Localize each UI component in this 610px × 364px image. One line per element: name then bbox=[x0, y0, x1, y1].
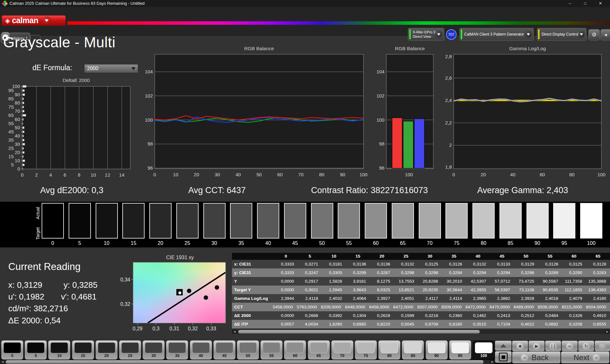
table-cell: 0,6555 bbox=[586, 320, 610, 328]
pattern-thumb-65[interactable]: 65 bbox=[308, 340, 330, 360]
table-cell: 0,3208 bbox=[562, 320, 586, 328]
svg-text:2,8: 2,8 bbox=[445, 54, 452, 59]
rainbow-strip bbox=[67, 21, 610, 25]
table-cell: 0,3132 bbox=[394, 260, 418, 268]
svg-text:85: 85 bbox=[8, 96, 14, 101]
calman-app-icon bbox=[2, 1, 7, 6]
table-cell: 2,3882 bbox=[490, 294, 514, 303]
calman-menu-button[interactable]: ◈ calman bbox=[2, 15, 66, 26]
svg-text:2: 2 bbox=[35, 172, 38, 178]
pattern-thumb-60[interactable]: 60 bbox=[284, 340, 306, 360]
table-cell: 0,0000 bbox=[274, 286, 298, 294]
svg-text:30: 30 bbox=[15, 141, 20, 147]
table-cell: 0,3290 bbox=[562, 268, 586, 277]
blank-button[interactable] bbox=[595, 341, 610, 351]
scroll-left-icon[interactable]: ◀ bbox=[232, 330, 237, 334]
scroll-left-icon[interactable]: ◀ bbox=[0, 360, 5, 364]
play-button[interactable]: ▶ bbox=[529, 341, 545, 351]
next-button[interactable]: Next » bbox=[561, 352, 609, 363]
pattern-level-label: 0 bbox=[1, 354, 23, 358]
table-cell: 90,5567 bbox=[538, 277, 562, 286]
pattern-swatch bbox=[216, 342, 233, 353]
pattern-scrollbar-thumb[interactable] bbox=[6, 360, 484, 364]
pattern-thumb-95[interactable]: 95 bbox=[449, 340, 471, 360]
table-cell: 0,3333 bbox=[274, 260, 298, 268]
table-cell: 2,4064 bbox=[346, 294, 370, 303]
pattern-list-up-button[interactable] bbox=[495, 341, 512, 351]
table-cell: 0,3126 bbox=[442, 260, 466, 268]
pattern-thumb-50[interactable]: 50 bbox=[237, 340, 259, 360]
svg-text:60: 60 bbox=[540, 172, 545, 177]
de-formula-select[interactable]: 2000 bbox=[84, 64, 138, 73]
brand-caret-button[interactable] bbox=[43, 17, 51, 24]
pattern-thumb-15[interactable]: 15 bbox=[72, 340, 94, 360]
svg-text:10: 10 bbox=[15, 158, 20, 163]
back-button[interactable]: « Back bbox=[512, 352, 560, 363]
table-scrollbar-thumb[interactable] bbox=[238, 330, 480, 334]
table-cell: 0,4910 bbox=[586, 311, 610, 320]
svg-text:6: 6 bbox=[64, 172, 66, 178]
pattern-thumb-45[interactable]: 45 bbox=[214, 340, 235, 360]
svg-text:RGB Balance: RGB Balance bbox=[244, 46, 274, 51]
minimize-button[interactable]: ─ bbox=[562, 0, 578, 7]
close-button[interactable]: ✕ bbox=[593, 0, 608, 7]
table-cell: 6507,0000 bbox=[417, 303, 441, 311]
pattern-thumb-90[interactable]: 90 bbox=[426, 340, 448, 360]
meter-caret bbox=[435, 31, 442, 38]
refresh-button[interactable]: ↻ bbox=[578, 341, 594, 351]
table-row: ΔE ITP0,00574,00341,82600,69850,82200,50… bbox=[232, 320, 610, 328]
meter-dropdown[interactable]: X-Rite i1Pro 3 Direct View bbox=[408, 28, 444, 41]
pattern-window-button[interactable] bbox=[495, 351, 512, 363]
pattern-swatch bbox=[145, 342, 162, 353]
collapse-toolbar-button[interactable]: ◀ bbox=[600, 29, 610, 40]
settings-button[interactable]: ⚙ bbox=[588, 29, 600, 40]
meter-badge[interactable]: 707 bbox=[446, 29, 457, 40]
swatch-level-label: 30 bbox=[201, 240, 228, 246]
pattern-thumb-25[interactable]: 25 bbox=[119, 340, 141, 360]
swatch-level-label: 55 bbox=[336, 240, 362, 246]
pattern-thumb-40[interactable]: 40 bbox=[190, 340, 212, 360]
pattern-thumb-55[interactable]: 55 bbox=[261, 340, 282, 360]
pattern-thumb-10[interactable]: 10 bbox=[48, 340, 70, 360]
table-row-label: CCT bbox=[232, 303, 273, 311]
single-pattern-button[interactable]: [·] bbox=[545, 341, 561, 351]
pattern-thumb-35[interactable]: 35 bbox=[166, 340, 188, 360]
pattern-thumb-5[interactable]: 5 bbox=[25, 340, 47, 360]
maximize-button[interactable]: □ bbox=[578, 0, 593, 7]
pattern-thumb-20[interactable]: 20 bbox=[96, 340, 118, 360]
avg-cct-summary: Avg CCT: 6437 bbox=[188, 185, 246, 195]
pattern-thumb-30[interactable]: 30 bbox=[143, 340, 165, 360]
pattern-level-label: 75 bbox=[355, 354, 377, 358]
table-cell: 5456,0000 bbox=[273, 303, 297, 311]
pattern-thumb-85[interactable]: 85 bbox=[402, 340, 424, 360]
table-cell: 0,0057 bbox=[274, 320, 298, 328]
table-cell: 6472,0000 bbox=[393, 303, 417, 311]
pattern-thumb-80[interactable]: 80 bbox=[378, 340, 400, 360]
table-cell: 0,8220 bbox=[370, 320, 394, 328]
pattern-thumb-100[interactable]: 100 bbox=[473, 340, 495, 360]
table-cell: 2,4118 bbox=[298, 294, 322, 303]
table-cell: 6504,0000 bbox=[586, 303, 610, 311]
pattern-thumb-0[interactable]: 0 bbox=[1, 340, 23, 360]
swatch-level-label: 100 bbox=[578, 240, 605, 246]
display-control-dropdown[interactable]: Direct Display Control bbox=[537, 28, 586, 41]
pattern-scrollbar[interactable]: ◀ ▶ bbox=[0, 360, 495, 364]
actual-label: Actual bbox=[35, 202, 40, 224]
table-cell: 57,0712 bbox=[490, 277, 514, 286]
loop-button[interactable]: ∞ bbox=[562, 341, 578, 351]
pattern-thumb-75[interactable]: 75 bbox=[355, 340, 377, 360]
swatch-level-label: 25 bbox=[174, 240, 201, 246]
table-cell: 0,2668 bbox=[298, 311, 322, 320]
table-scrollbar[interactable]: ◀ ▶ bbox=[232, 330, 610, 334]
svg-text:20: 20 bbox=[481, 172, 486, 177]
pattern-generator-dropdown[interactable]: CalMAN Client 3 Pattern Generator bbox=[459, 28, 534, 41]
grayscale-swatch-55 bbox=[338, 203, 360, 239]
scroll-right-icon[interactable]: ▶ bbox=[605, 330, 610, 334]
pattern-thumb-70[interactable]: 70 bbox=[331, 340, 353, 360]
pattern-level-label: 30 bbox=[143, 354, 165, 358]
table-row-label: y: CIE31 bbox=[232, 268, 274, 277]
scroll-right-icon[interactable]: ▶ bbox=[490, 360, 495, 364]
stop-button[interactable]: ■ bbox=[512, 341, 528, 351]
table-column-header: 0 bbox=[274, 253, 298, 260]
svg-text:50: 50 bbox=[15, 125, 20, 130]
